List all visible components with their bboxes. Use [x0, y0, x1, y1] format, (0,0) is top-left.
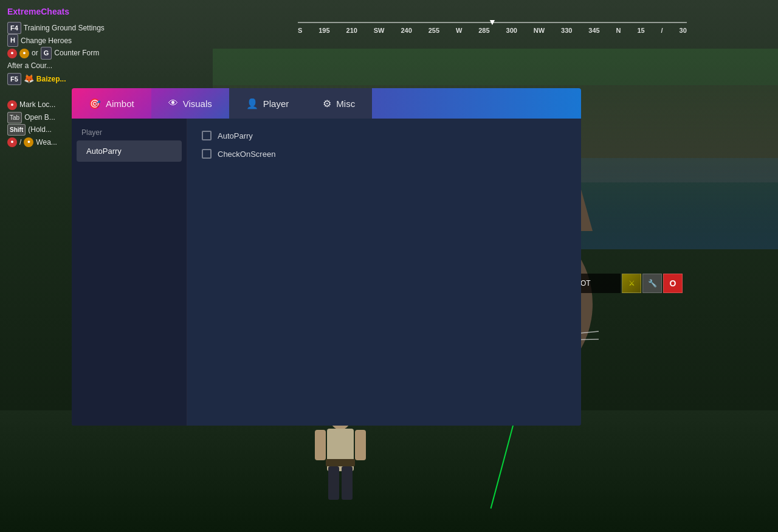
compass-arrow: ▼ [488, 17, 497, 27]
key-shift: Shift [7, 124, 26, 136]
player-tab-icon: 👤 [246, 98, 258, 109]
sidebar-autoparry-label: AutoParry [86, 147, 122, 156]
compass-label-nw: NW [534, 27, 545, 34]
mark-text: Mark Loc... [19, 98, 55, 111]
tab-player-label: Player [263, 98, 289, 109]
panel-body: Player AutoParry AutoParry CheckOnScreen [72, 119, 581, 426]
content-area: AutoParry CheckOnScreen [187, 119, 581, 426]
visuals-icon: 👁 [168, 98, 178, 109]
tab-visuals-label: Visuals [183, 98, 212, 109]
weapon-icon1: ● [7, 137, 17, 147]
compass-label-15: 15 [637, 27, 644, 34]
checkbox-checkonscreen[interactable] [202, 149, 212, 159]
compass-label-345: 345 [588, 27, 599, 34]
main-panel: 🎯 Aimbot 👁 Visuals 👤 Player ⚙ Misc Playe… [72, 88, 581, 426]
brand-name: ExtremeCheats [7, 5, 105, 19]
icon-badge-gold: ● [19, 49, 29, 58]
tab-visuals[interactable]: 👁 Visuals [151, 88, 229, 119]
compass-label-240: 240 [401, 27, 411, 34]
tab-fill [372, 88, 581, 119]
after-text: After a Cour... [7, 60, 52, 72]
mark-icon: ● [7, 100, 17, 110]
compass-label-s: S [298, 27, 302, 34]
option-row-checkonscreen: CheckOnScreen [202, 149, 566, 159]
aimbot-icon: 🎯 [89, 98, 101, 109]
key-h: H [7, 34, 18, 47]
svg-rect-21 [355, 430, 366, 460]
icon-badge-red: ● [7, 49, 17, 58]
key-g: G [41, 47, 52, 60]
weapon-icon2: ● [24, 137, 33, 147]
svg-rect-18 [328, 466, 339, 500]
bot-tool-icon: 🔧 [642, 274, 662, 293]
weapon-text: Wea... [36, 136, 57, 148]
left-sidebar: Player AutoParry [72, 119, 187, 426]
key-f5: F5 [7, 73, 21, 86]
compass-label-sw: SW [374, 27, 385, 34]
misc-icon: ⚙ [323, 98, 331, 109]
svg-rect-17 [326, 459, 355, 466]
tab-aimbot[interactable]: 🎯 Aimbot [72, 88, 151, 119]
slash-text: / [19, 136, 21, 148]
hud-line-after: After a Cour... [7, 60, 105, 72]
tab-bar: 🎯 Aimbot 👁 Visuals 👤 Player ⚙ Misc [72, 88, 581, 119]
compass-label-n: N [616, 27, 621, 34]
compass-label-w: W [456, 27, 462, 34]
training-ground-text: Training Ground Settings [24, 22, 105, 34]
change-heroes-text: Change Heroes [21, 35, 72, 47]
tab-misc[interactable]: ⚙ Misc [306, 88, 372, 119]
option-label-checkonscreen: CheckOnScreen [218, 150, 275, 159]
compass-label-330: 330 [561, 27, 572, 34]
tab-player[interactable]: 👤 Player [229, 88, 306, 119]
sidebar-item-autoparry[interactable]: AutoParry [77, 140, 182, 162]
baize-emoji: 🦊 [24, 72, 34, 86]
hud-line-baize: F5 🦊 Baizep... [7, 72, 105, 86]
compass-label-300: 300 [506, 27, 517, 34]
hud-line-heroes: H Change Heroes [7, 34, 105, 47]
compass-bar: ▼ S 195 210 SW 240 255 W 285 300 NW 330 … [298, 17, 687, 39]
compass-label-30: 30 [680, 27, 687, 34]
hold-text: (Hold... [28, 123, 52, 136]
option-label-autoparry: AutoParry [218, 131, 253, 140]
svg-rect-19 [342, 466, 353, 500]
compass-label-255: 255 [429, 27, 439, 34]
or-text: or [32, 47, 38, 59]
hud-line-training: F4 aimbot Training Ground Settings [7, 22, 105, 35]
compass-label-195: 195 [318, 27, 329, 34]
sidebar-section-label: Player [72, 123, 187, 139]
compass-label-slash: / [661, 27, 663, 34]
counter-form-text: Counter Form [54, 47, 99, 59]
checkbox-autoparry[interactable] [202, 131, 212, 140]
svg-rect-20 [315, 430, 326, 460]
tab-misc-label: Misc [336, 98, 355, 109]
compass-labels: S 195 210 SW 240 255 W 285 300 NW 330 34… [298, 27, 687, 34]
open-text: Open B... [24, 111, 55, 123]
key-tab: Tab [7, 112, 22, 123]
key-f4: F4 [7, 22, 21, 35]
hud-line-counter: ● ● or G Counter Form [7, 47, 105, 60]
compass-label-210: 210 [346, 27, 357, 34]
bot-status-icon: O [663, 274, 683, 293]
compass-label-285: 285 [478, 27, 489, 34]
option-row-autoparry: AutoParry [202, 131, 566, 140]
bot-weapon-icon: ⚔ [622, 274, 641, 293]
baize-name: Baizep... [36, 73, 66, 85]
tab-aimbot-label: Aimbot [106, 98, 134, 109]
